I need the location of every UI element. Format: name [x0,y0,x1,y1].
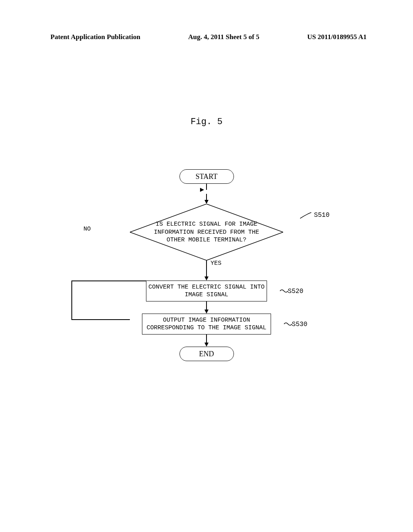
start-label: START [196,172,217,181]
connector-line [206,270,207,276]
terminator-start: START [179,169,234,184]
end-label: END [199,350,214,358]
tilde-icon [280,288,288,294]
step-label: S510 [314,212,330,219]
step-tag: S520 [288,288,303,295]
terminator-end: END [179,347,234,361]
no-label: NO [83,226,91,233]
step-tag: S510 [314,212,330,219]
leader-line-icon [300,212,312,220]
process-box-output: OUTPUT IMAGE INFORMATION CORRESPONDING T… [142,314,271,335]
header-patent-number: US 2011/0189955 A1 [307,33,367,41]
tilde-icon [284,321,292,327]
header-date-sheet: Aug. 4, 2011 Sheet 5 of 5 [188,33,259,41]
flowchart-container: START IS ELECTRIC SIGNAL FOR IMAGE INFOR… [65,169,348,361]
arrow-down-icon [204,200,209,204]
process-box-convert: CONVERT THE ELECTRIC SIGNAL INTO IMAGE S… [146,281,267,301]
yes-label: YES [211,260,221,267]
header-publication: Patent Application Publication [50,33,140,41]
merge-arrow-icon [200,188,204,192]
page-header: Patent Application Publication Aug. 4, 2… [0,33,413,41]
connector-line [206,301,207,310]
process-text: CONVERT THE ELECTRIC SIGNAL INTO IMAGE S… [146,283,267,299]
process-text: OUTPUT IMAGE INFORMATION CORRESPONDING T… [142,316,271,332]
step-label: S530 [292,321,307,328]
decision-node: IS ELECTRIC SIGNAL FOR IMAGE INFORMATION… [130,204,283,260]
connector-line [206,194,207,200]
step-tag: S530 [292,321,307,328]
connector-line [206,335,207,343]
decision-text: IS ELECTRIC SIGNAL FOR IMAGE INFORMATION… [150,220,263,244]
arrow-down-icon [204,343,209,347]
arrow-down-icon [204,276,209,281]
connector-line [206,184,207,190]
figure-title: Fig. 5 [190,117,222,127]
arrow-down-icon [204,310,209,314]
step-label: S520 [288,288,303,295]
connector-line [206,260,207,270]
